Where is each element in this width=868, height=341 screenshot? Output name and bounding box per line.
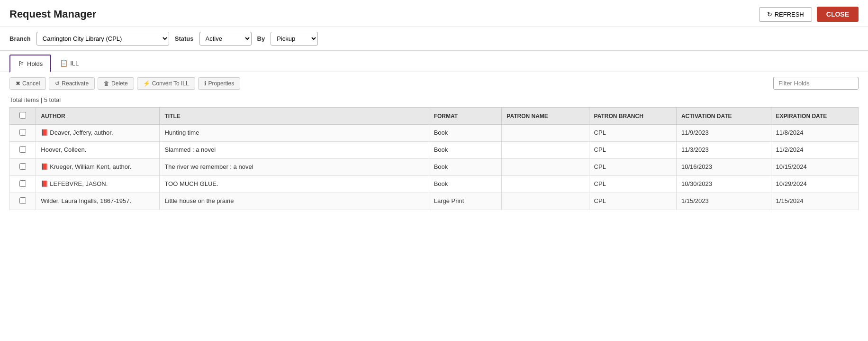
book-icon: 📕 <box>41 129 48 136</box>
row-activation-date: 10/30/2023 <box>676 176 771 193</box>
holds-table: AUTHOR TITLE FORMAT PATRON NAME PATRON B… <box>9 107 859 210</box>
row-activation-date: 10/16/2023 <box>676 159 771 176</box>
by-select[interactable]: Pickup Author Title <box>271 32 318 46</box>
header-expiration-date: EXPIRATION DATE <box>771 108 858 125</box>
delete-button[interactable]: 🗑 Delete <box>98 77 134 90</box>
branch-label: Branch <box>9 35 31 42</box>
row-patron-name <box>502 193 589 210</box>
tab-holds-label: Holds <box>27 60 43 67</box>
header-format: FORMAT <box>429 108 502 125</box>
book-icon: 📕 <box>41 163 48 170</box>
status-select[interactable]: Active Inactive All <box>199 32 252 46</box>
filter-holds-input[interactable] <box>773 77 859 90</box>
row-checkbox[interactable] <box>19 129 26 136</box>
row-title: Little house on the prairie <box>160 193 429 210</box>
row-activation-date: 11/3/2023 <box>676 142 771 159</box>
table-container: AUTHOR TITLE FORMAT PATRON NAME PATRON B… <box>0 107 868 210</box>
holds-icon: 🏳 <box>18 60 25 67</box>
row-patron-name <box>502 176 589 193</box>
row-patron-branch: CPL <box>589 125 676 142</box>
refresh-icon: ↻ <box>767 11 772 18</box>
toolbar: Branch Carrington City Library (CPL) Sta… <box>0 27 868 51</box>
select-all-checkbox[interactable] <box>19 112 26 119</box>
row-expiration-date: 10/15/2024 <box>771 159 858 176</box>
row-author: 📕Krueger, William Kent, author. <box>36 159 160 176</box>
table-row: Hoover, Colleen.Slammed : a novelBookCPL… <box>10 142 859 159</box>
delete-icon: 🗑 <box>104 80 109 87</box>
page-header: Request Manager ↻ REFRESH CLOSE <box>0 0 868 27</box>
header-activation-date: ACTIVATION DATE <box>676 108 771 125</box>
reactivate-button[interactable]: ↺ Reactivate <box>49 77 95 90</box>
header-author: AUTHOR <box>36 108 160 125</box>
convert-icon: ⚡ <box>143 80 150 87</box>
row-author: Wilder, Laura Ingalls, 1867-1957. <box>36 193 160 210</box>
tab-ill[interactable]: 📋 ILL <box>51 55 87 72</box>
close-button[interactable]: CLOSE <box>817 7 859 22</box>
book-icon: 📕 <box>41 180 48 187</box>
row-format: Book <box>429 142 502 159</box>
row-checkbox[interactable] <box>19 197 26 204</box>
row-format: Book <box>429 176 502 193</box>
row-expiration-date: 10/29/2024 <box>771 176 858 193</box>
row-patron-name <box>502 142 589 159</box>
table-header: AUTHOR TITLE FORMAT PATRON NAME PATRON B… <box>10 108 859 125</box>
action-bar: ✖ Cancel ↺ Reactivate 🗑 Delete ⚡ Convert… <box>0 72 868 94</box>
header-title: TITLE <box>160 108 429 125</box>
row-checkbox[interactable] <box>19 180 26 187</box>
row-activation-date: 11/9/2023 <box>676 125 771 142</box>
convert-to-ill-button[interactable]: ⚡ Convert To ILL <box>137 77 195 90</box>
row-title: TOO MUCH GLUE. <box>160 176 429 193</box>
branch-select[interactable]: Carrington City Library (CPL) <box>36 32 169 46</box>
row-expiration-date: 11/2/2024 <box>771 142 858 159</box>
row-checkbox[interactable] <box>19 163 26 170</box>
table-row: Wilder, Laura Ingalls, 1867-1957.Little … <box>10 193 859 210</box>
action-buttons: ✖ Cancel ↺ Reactivate 🗑 Delete ⚡ Convert… <box>9 77 240 90</box>
table-row: 📕Deaver, Jeffery, author.Hunting timeBoo… <box>10 125 859 142</box>
header-patron-name: PATRON NAME <box>502 108 589 125</box>
reactivate-icon: ↺ <box>55 80 60 87</box>
row-patron-branch: CPL <box>589 159 676 176</box>
status-label: Status <box>175 35 194 42</box>
page-title: Request Manager <box>9 8 96 20</box>
refresh-button[interactable]: ↻ REFRESH <box>759 7 812 22</box>
properties-icon: ℹ <box>204 80 207 87</box>
tabs-area: 🏳 Holds 📋 ILL <box>0 51 868 72</box>
by-label: By <box>257 35 265 42</box>
row-format: Book <box>429 159 502 176</box>
row-patron-branch: CPL <box>589 142 676 159</box>
total-label: Total items | 5 total <box>0 94 868 107</box>
row-expiration-date: 11/8/2024 <box>771 125 858 142</box>
header-actions: ↻ REFRESH CLOSE <box>759 7 859 22</box>
row-author: Hoover, Colleen. <box>36 142 160 159</box>
properties-button[interactable]: ℹ Properties <box>198 77 241 90</box>
row-author: 📕Deaver, Jeffery, author. <box>36 125 160 142</box>
row-author: 📕LEFEBVRE, JASON. <box>36 176 160 193</box>
table-row: 📕LEFEBVRE, JASON.TOO MUCH GLUE.BookCPL10… <box>10 176 859 193</box>
header-patron-branch: PATRON BRANCH <box>589 108 676 125</box>
row-patron-name <box>502 159 589 176</box>
tab-ill-label: ILL <box>70 60 79 67</box>
row-title: Slammed : a novel <box>160 142 429 159</box>
row-format: Large Print <box>429 193 502 210</box>
row-title: The river we remember : a novel <box>160 159 429 176</box>
cancel-icon: ✖ <box>16 80 20 87</box>
tabs-container: 🏳 Holds 📋 ILL <box>9 55 859 72</box>
row-checkbox[interactable] <box>19 146 26 153</box>
row-patron-branch: CPL <box>589 193 676 210</box>
row-patron-name <box>502 125 589 142</box>
tab-holds[interactable]: 🏳 Holds <box>9 55 51 73</box>
header-checkbox-col <box>10 108 36 125</box>
ill-icon: 📋 <box>60 59 68 67</box>
row-patron-branch: CPL <box>589 176 676 193</box>
row-format: Book <box>429 125 502 142</box>
row-title: Hunting time <box>160 125 429 142</box>
table-body: 📕Deaver, Jeffery, author.Hunting timeBoo… <box>10 125 859 210</box>
row-activation-date: 1/15/2023 <box>676 193 771 210</box>
cancel-button[interactable]: ✖ Cancel <box>9 77 46 90</box>
table-row: 📕Krueger, William Kent, author.The river… <box>10 159 859 176</box>
row-expiration-date: 1/15/2024 <box>771 193 858 210</box>
